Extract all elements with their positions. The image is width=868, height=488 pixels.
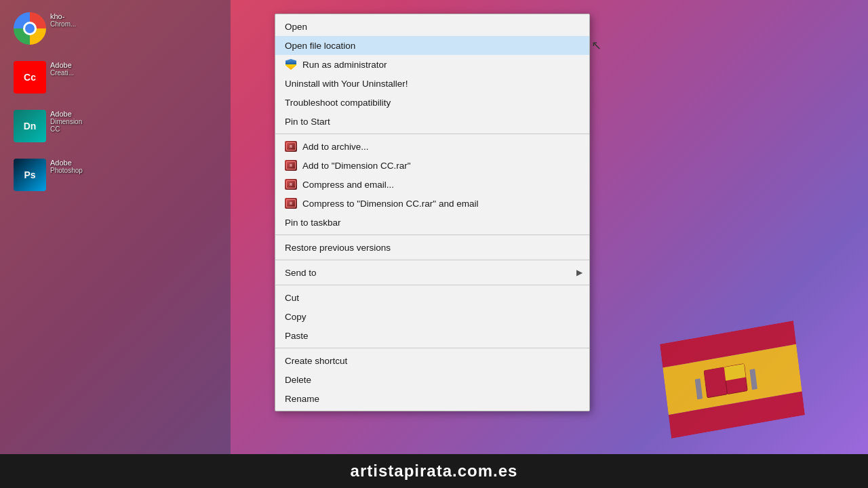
ps-icon: Ps (14, 159, 46, 191)
menu-item-uninstall[interactable]: Uninstall with Your Uninstaller! (275, 74, 589, 93)
menu-item-run-as-admin[interactable]: Run as administrator (275, 55, 589, 74)
adobe-cc-label-line2: Creati... (50, 69, 74, 77)
menu-item-create-shortcut-label: Create shortcut (285, 356, 347, 366)
menu-item-compress-email-label: Compress and email... (302, 180, 394, 190)
menu-item-send-to[interactable]: Send to ▶ (275, 263, 589, 282)
menu-item-pin-start-label: Pin to Start (285, 117, 330, 127)
send-to-arrow-icon: ▶ (576, 268, 583, 277)
adobe-dn-icon: Dn (14, 110, 46, 142)
menu-item-open-label: Open (285, 22, 307, 32)
rar-icon-4: R (285, 197, 297, 209)
menu-item-troubleshoot[interactable]: Troubleshoot compatibility (275, 93, 589, 112)
adobe-dn-label-line3: CC (50, 125, 82, 133)
menu-item-rename[interactable]: Rename (275, 389, 589, 408)
ps-icon-label: Adobe Photoshop (50, 159, 83, 174)
desktop-icons-area: kho- Chrom... Cc Adobe Creati... Dn Adob… (0, 0, 231, 488)
rar-icon-2: R (285, 159, 297, 171)
ps-label-line1: Adobe (50, 159, 83, 167)
chrome-icon (14, 12, 46, 45)
menu-item-cut-label: Cut (285, 293, 299, 303)
menu-item-pin-start[interactable]: Pin to Start (275, 112, 589, 131)
menu-item-run-as-admin-label: Run as administrator (302, 60, 387, 70)
rar-icon-3: R (285, 178, 297, 190)
menu-item-send-to-label: Send to (285, 268, 317, 278)
desktop-icon-ps[interactable]: Ps Adobe Photoshop (7, 153, 224, 197)
separator-5 (275, 348, 589, 348)
separator-1 (275, 134, 589, 134)
menu-item-pin-taskbar[interactable]: Pin to taskbar (275, 213, 589, 232)
spain-flag-overlay (665, 332, 800, 434)
menu-item-troubleshoot-label: Troubleshoot compatibility (285, 98, 391, 108)
menu-item-delete[interactable]: Delete (275, 370, 589, 389)
menu-item-restore-label: Restore previous versions (285, 243, 391, 253)
chrome-label-line1: kho- (50, 12, 76, 20)
desktop-icon-chrome[interactable]: kho- Chrom... (7, 7, 224, 50)
menu-item-cut[interactable]: Cut (275, 288, 589, 307)
menu-item-compress-rar-email-label: Compress to "Dimension CC.rar" and email (302, 199, 478, 209)
rar-icon-1: R (285, 140, 297, 152)
menu-item-uninstall-label: Uninstall with Your Uninstaller! (285, 79, 408, 89)
menu-item-add-archive[interactable]: R Add to archive... (275, 137, 589, 156)
adobe-dn-icon-label: Adobe Dimension CC (50, 110, 82, 133)
adobe-cc-icon: Cc (14, 61, 46, 94)
separator-2 (275, 235, 589, 235)
context-menu: Open Open file location ↖ Run as adminis… (275, 14, 590, 411)
adobe-cc-icon-label: Adobe Creati... (50, 61, 74, 77)
spain-flag-svg (660, 321, 805, 439)
menu-item-delete-label: Delete (285, 375, 311, 385)
shield-icon (285, 58, 297, 70)
menu-item-rename-label: Rename (285, 394, 319, 404)
separator-3 (275, 260, 589, 260)
adobe-dn-label-line2: Dimension (50, 118, 82, 125)
menu-item-open-file-location[interactable]: Open file location ↖ (275, 36, 589, 55)
menu-item-compress-rar-email[interactable]: R Compress to "Dimension CC.rar" and ema… (275, 194, 589, 213)
separator-4 (275, 285, 589, 285)
menu-item-add-rar[interactable]: R Add to "Dimension CC.rar" (275, 156, 589, 175)
desktop-icon-adobe-cc[interactable]: Cc Adobe Creati... (7, 56, 224, 99)
menu-item-open-file-location-label: Open file location (285, 41, 355, 51)
menu-item-copy-label: Copy (285, 312, 307, 322)
menu-item-restore[interactable]: Restore previous versions (275, 238, 589, 257)
ps-label-line2: Photoshop (50, 167, 83, 174)
menu-item-paste[interactable]: Paste (275, 326, 589, 345)
menu-item-pin-taskbar-label: Pin to taskbar (285, 218, 341, 228)
adobe-cc-label-line1: Adobe (50, 61, 74, 69)
adobe-dn-label-line1: Adobe (50, 110, 82, 118)
menu-item-add-rar-label: Add to "Dimension CC.rar" (302, 161, 411, 171)
menu-item-add-archive-label: Add to archive... (302, 142, 369, 152)
menu-item-create-shortcut[interactable]: Create shortcut (275, 351, 589, 370)
chrome-icon-label: kho- Chrom... (50, 12, 76, 28)
menu-item-compress-email[interactable]: R Compress and email... (275, 175, 589, 194)
bottom-bar-text: artistapirata.com.es (351, 462, 518, 481)
desktop-icon-adobe-dn[interactable]: Dn Adobe Dimension CC (7, 104, 224, 148)
bottom-bar: artistapirata.com.es (0, 454, 868, 488)
menu-item-open[interactable]: Open (275, 17, 589, 36)
menu-item-paste-label: Paste (285, 331, 309, 341)
chrome-label-line2: Chrom... (50, 20, 76, 28)
menu-item-copy[interactable]: Copy (275, 307, 589, 326)
